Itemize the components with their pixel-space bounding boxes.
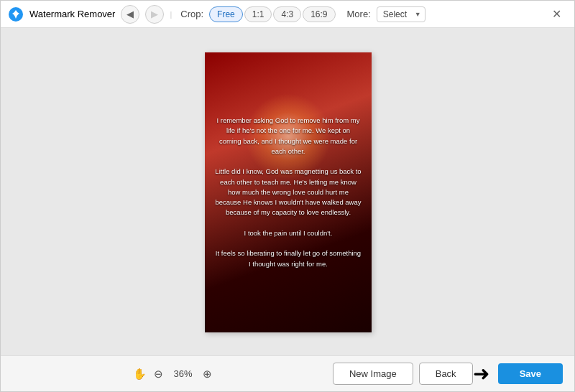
hand-icon[interactable]: ✋ bbox=[133, 368, 147, 381]
crop-1-1-button[interactable]: 1:1 bbox=[244, 6, 272, 22]
arrow-right-icon: ➜ bbox=[473, 362, 489, 386]
image-text-p1: I remember asking God to remove him from… bbox=[215, 116, 362, 157]
app-title: Watermark Remover bbox=[29, 9, 115, 19]
crop-16-9-button[interactable]: 16:9 bbox=[303, 6, 335, 22]
image-text-p2: Little did I know, God was magnetting us… bbox=[215, 167, 362, 218]
crop-4-3-button[interactable]: 4:3 bbox=[273, 6, 301, 22]
nav-back-button[interactable]: ◀ bbox=[121, 5, 139, 24]
zoom-out-icon[interactable]: ⊖ bbox=[154, 368, 163, 381]
left-buttons: New Image Back bbox=[333, 363, 473, 385]
zoom-controls: ✋ ⊖ 36% ⊕ bbox=[12, 368, 333, 381]
back-button[interactable]: Back bbox=[419, 363, 473, 385]
image-text-p3: I took the pain until I couldn't. bbox=[215, 228, 362, 238]
image-text: I remember asking God to remove him from… bbox=[205, 108, 372, 276]
more-label: More: bbox=[347, 9, 371, 19]
zoom-in-icon[interactable]: ⊕ bbox=[203, 368, 212, 381]
titlebar: Watermark Remover ◀ ▶ | Crop: Free 1:1 4… bbox=[1, 1, 574, 28]
save-button[interactable]: Save bbox=[498, 363, 563, 384]
main-canvas: I remember asking God to remove him from… bbox=[1, 28, 575, 357]
new-image-button[interactable]: New Image bbox=[333, 363, 413, 385]
crop-options: Free 1:1 4:3 16:9 bbox=[209, 6, 335, 22]
crop-free-button[interactable]: Free bbox=[209, 6, 243, 22]
close-button[interactable]: ✕ bbox=[546, 4, 567, 24]
right-buttons: ➜ Save bbox=[473, 362, 563, 386]
image-preview: I remember asking God to remove him from… bbox=[205, 52, 372, 332]
nav-back-icon: ◀ bbox=[126, 9, 134, 19]
image-text-p4: It feels so liberating to finally let go… bbox=[215, 248, 362, 269]
nav-forward-button[interactable]: ▶ bbox=[145, 5, 164, 24]
nav-forward-icon: ▶ bbox=[151, 9, 158, 19]
app-logo-icon bbox=[8, 6, 24, 22]
image-content: I remember asking God to remove him from… bbox=[205, 52, 372, 332]
zoom-level: 36% bbox=[170, 368, 196, 379]
crop-label: Crop: bbox=[180, 9, 203, 19]
select-wrapper: Select bbox=[377, 6, 426, 22]
more-select[interactable]: Select bbox=[377, 6, 426, 22]
separator: | bbox=[170, 10, 172, 19]
action-bar: ✋ ⊖ 36% ⊕ New Image Back ➜ Save bbox=[1, 355, 574, 391]
